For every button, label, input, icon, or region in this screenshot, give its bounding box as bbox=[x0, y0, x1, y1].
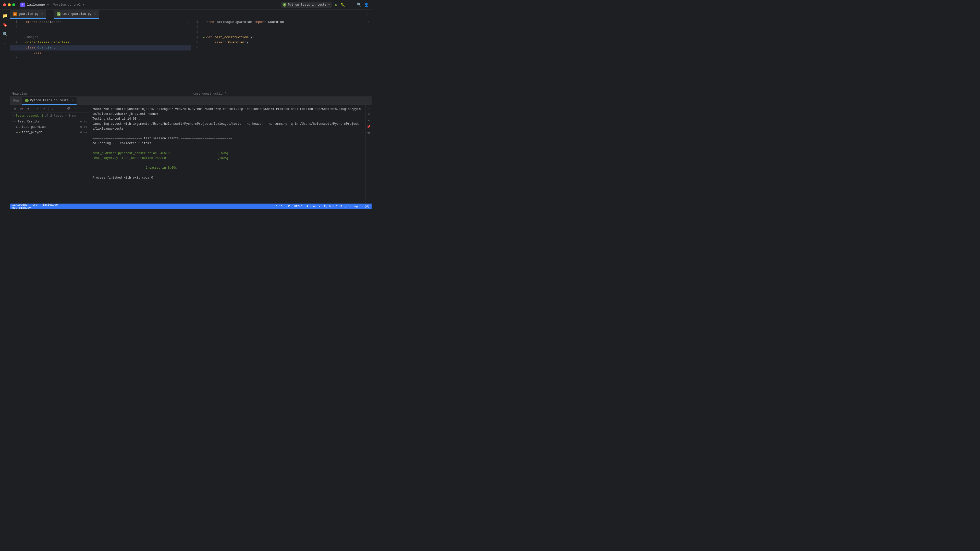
filter-button[interactable]: ⊘ bbox=[41, 106, 47, 111]
run-button[interactable]: ▶ bbox=[335, 2, 338, 7]
left-sidebar: 📁 🔖 🔍 ⑂ ⋯ bbox=[0, 10, 10, 209]
right-breadcrumb-text: test_construction() bbox=[193, 92, 228, 96]
filter-passed-button[interactable]: ✓ bbox=[35, 106, 40, 111]
test-player-item[interactable]: ▶ ✓ test_player 0 ms bbox=[10, 130, 89, 135]
console-exit: Process finished with exit code 0 bbox=[92, 176, 363, 180]
left-code-area[interactable]: 1 import dataclasses 2 3 bbox=[10, 19, 191, 97]
status-bar-right: 5:15 LF UTF-8 4 spaces Python 3.12 (laxl… bbox=[275, 205, 369, 208]
project-icon: L bbox=[21, 3, 25, 7]
status-breadcrumb-project[interactable]: laxleague › src › laxleague › guardian.p… bbox=[12, 203, 61, 209]
tab-test-guardian-py[interactable]: py test_guardian.py × bbox=[54, 10, 99, 19]
panel-right-arrow[interactable]: → bbox=[366, 106, 371, 111]
cursor-indicator: | bbox=[188, 92, 190, 95]
panel-tabs: Run Python tests in tests × bbox=[10, 97, 372, 105]
run-config-dropdown[interactable]: ▾ bbox=[328, 3, 330, 7]
run-config-selector[interactable]: ▶ Python tests in tests ▾ bbox=[281, 2, 332, 8]
sidebar-project-icon[interactable]: 📁 bbox=[1, 12, 9, 20]
test-summary: ✓ Tests passed: 2 of 2 tests – 0 ms bbox=[10, 113, 89, 119]
python-version[interactable]: Python 3.12 (laxleague) (6) bbox=[324, 205, 369, 208]
left-checkmark: ✓ bbox=[187, 20, 189, 24]
sidebar-git-icon[interactable]: ⑂ bbox=[1, 40, 9, 48]
rerun-failed-button[interactable]: ↺● bbox=[19, 106, 24, 111]
panel-trash-icon[interactable]: 🗑 bbox=[366, 130, 371, 135]
sidebar-bookmarks-icon[interactable]: 🔖 bbox=[1, 21, 9, 29]
more-test-button[interactable]: ⋮ bbox=[72, 106, 78, 111]
main-layout: 📁 🔖 🔍 ⑂ ⋯ py guardian.py × ⋮ py bbox=[0, 10, 372, 209]
code-line: 3 bbox=[191, 30, 372, 35]
clock-button[interactable]: ⏱ bbox=[65, 106, 71, 111]
root-check: ✓ bbox=[15, 120, 17, 124]
minimize-button[interactable] bbox=[8, 3, 11, 6]
debug-button[interactable]: 🐛 bbox=[341, 3, 345, 7]
console-blank-4 bbox=[92, 170, 363, 175]
search-button[interactable]: 🔍 bbox=[357, 3, 361, 7]
summary-text: Tests passed: 2 bbox=[16, 114, 43, 118]
panel-align2-icon[interactable]: ≡ bbox=[366, 118, 371, 123]
console-path-line: /Users/helenscott/PycharmProjects/laxlea… bbox=[92, 107, 363, 117]
close-button[interactable] bbox=[3, 3, 6, 6]
editor-section: py guardian.py × ⋮ py test_guardian.py ×… bbox=[10, 10, 372, 97]
tab-close-guardian[interactable]: × bbox=[41, 12, 43, 16]
sidebar-search-icon[interactable]: 🔍 bbox=[1, 30, 9, 38]
summary-check-icon: ✓ bbox=[12, 114, 14, 118]
console-line-1: Testing started at 14:00 ... bbox=[92, 117, 363, 121]
left-editor-pane[interactable]: ✓ 1 import dataclasses 2 bbox=[10, 19, 191, 97]
titlebar-right: ▶ Python tests in tests ▾ ▶ 🐛 ⋮ 🔍 👤 bbox=[281, 2, 369, 8]
vcs-label[interactable]: Version control bbox=[53, 3, 81, 6]
vcs-dropdown-arrow[interactable]: ▾ bbox=[83, 3, 85, 7]
code-line: 4 @dataclasses.dataclass bbox=[10, 40, 191, 45]
panel-pin-icon[interactable]: 📌 bbox=[366, 124, 371, 129]
root-time: 0 ms bbox=[80, 120, 87, 123]
toolbar-separator bbox=[33, 106, 33, 111]
vcs-dropdown[interactable]: ▾ bbox=[47, 3, 49, 7]
editor-tabs: py guardian.py × ⋮ py test_guardian.py ×… bbox=[10, 10, 372, 19]
tab-run[interactable]: Run bbox=[10, 97, 22, 105]
test-py-file-icon: py bbox=[57, 12, 60, 16]
right-editor-pane[interactable]: ✓ 1 from laxleague.guardian import Guard… bbox=[191, 19, 372, 97]
panel-tab-close[interactable]: × bbox=[72, 99, 73, 102]
code-line: 5 assert Guardian() bbox=[191, 40, 372, 45]
tab-close-test-guardian[interactable]: × bbox=[94, 12, 96, 16]
left-pane-more[interactable]: ⋮ bbox=[46, 12, 54, 16]
console-blank-2 bbox=[92, 146, 363, 151]
line-ending-indicator[interactable]: UTF-8 bbox=[294, 205, 302, 208]
right-code-area[interactable]: 1 from laxleague.guardian import Guardia… bbox=[191, 19, 372, 97]
guardian-expand-arrow[interactable]: ▶ bbox=[16, 125, 18, 129]
tab-guardian-py[interactable]: py guardian.py × bbox=[10, 10, 46, 19]
left-breadcrumb-text: Guardian bbox=[12, 92, 27, 96]
code-line: 2 bbox=[10, 25, 191, 30]
test-guardian-item[interactable]: ▶ ✓ test_guardian 0 ms bbox=[10, 124, 89, 130]
right-pane-more[interactable]: ⋮ bbox=[364, 12, 372, 16]
test-player-label: test_player bbox=[22, 130, 42, 134]
console-session-start: =========================== test session… bbox=[92, 136, 363, 141]
stop-button[interactable]: ■ bbox=[25, 106, 31, 111]
code-line-active: 5 class Guardian: bbox=[10, 45, 191, 51]
console-output[interactable]: /Users/helenscott/PycharmProjects/laxlea… bbox=[89, 105, 366, 203]
rerun-button[interactable]: ↺ bbox=[12, 106, 18, 111]
right-panel: → ≡ ≡ 📌 🗑 bbox=[366, 105, 372, 203]
run-config-icon: ▶ bbox=[283, 3, 286, 6]
root-expand-arrow[interactable]: ▾ bbox=[12, 120, 14, 123]
indent-indicator[interactable]: 4 spaces bbox=[307, 205, 320, 208]
sort-button[interactable]: ↕ bbox=[50, 106, 56, 111]
user-icon[interactable]: 👤 bbox=[364, 3, 369, 7]
sidebar-more-icon[interactable]: ⋯ bbox=[1, 199, 9, 207]
encoding-indicator[interactable]: LF bbox=[286, 205, 290, 208]
console-passed: ============================ 2 passed in… bbox=[92, 165, 363, 170]
editor-split: ✓ 1 import dataclasses 2 bbox=[10, 19, 372, 97]
run-test-arrow[interactable]: ▶ bbox=[203, 35, 205, 39]
test-tree-panel: ↺ ↺● ■ ✓ ⊘ ↕ ↔ ⏱ ⋮ bbox=[10, 105, 89, 203]
expand-button[interactable]: ↔ bbox=[57, 106, 62, 111]
tab-python-tests[interactable]: Python tests in tests × bbox=[22, 97, 76, 105]
project-name[interactable]: laxleague bbox=[27, 3, 45, 6]
test-root-label: Test Results bbox=[18, 120, 40, 124]
player-check: ✓ bbox=[19, 130, 21, 134]
run-config-name: Python tests in tests bbox=[288, 3, 326, 6]
cursor-position[interactable]: 5:15 bbox=[275, 205, 282, 208]
more-actions-button[interactable]: ⋮ bbox=[348, 3, 352, 7]
maximize-button[interactable] bbox=[12, 3, 15, 6]
console-collecting: collecting ... collected 2 items bbox=[92, 141, 363, 146]
player-expand-arrow[interactable]: ▶ bbox=[16, 131, 18, 134]
panel-align-icon[interactable]: ≡ bbox=[366, 112, 371, 117]
test-tree-root[interactable]: ▾ ✓ Test Results 0 ms bbox=[10, 119, 89, 124]
